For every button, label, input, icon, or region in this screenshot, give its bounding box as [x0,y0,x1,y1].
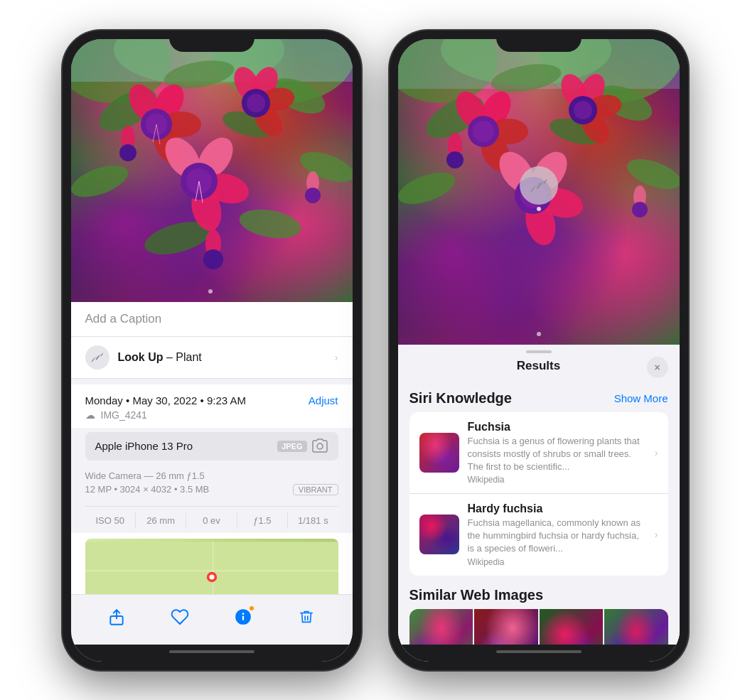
device-badges: JPEG [277,438,328,455]
adjust-button[interactable]: Adjust [309,394,338,406]
svg-point-40 [208,289,213,294]
siri-knowledge-header: Siri Knowledge Show More [409,390,668,406]
photo-area-2[interactable] [398,39,680,345]
svg-point-83 [632,202,648,217]
hardy-title: Hardy fuchsia [468,502,646,515]
lookup-icon-container [85,345,109,370]
format-badge: JPEG [277,441,306,452]
sheet-header: Results × [398,345,680,382]
svg-point-73 [574,101,592,119]
hardy-thumb-image [419,515,459,554]
notch-2 [496,31,582,52]
svg-point-50 [242,613,245,615]
cloud-icon: ☁ [85,409,95,421]
map-preview[interactable] [85,539,338,594]
lookup-row[interactable]: Look Up – Plant › [71,337,353,379]
filename: IMG_4241 [101,409,147,421]
phone-1-screen: Add a Caption Look Up – Plant › Mon [71,39,353,662]
fuchsia-description: Fuchsia is a genus of flowering plants t… [468,435,646,474]
close-button[interactable]: × [647,357,668,378]
caption-placeholder: Add a Caption [85,312,162,325]
web-image-3[interactable] [540,609,604,645]
photo-date: Monday • May 30, 2022 • 9:23 AM [85,394,246,406]
lookup-label: Look Up – Plant [118,351,202,364]
svg-point-8 [71,158,132,203]
device-section: Apple iPhone 13 Pro JPEG Wide Camera — 2… [71,428,353,533]
siri-leaf-icon [529,176,549,195]
lookup-chevron-icon: › [335,352,338,363]
svg-point-33 [305,188,321,203]
web-images-header: Similar Web Images [409,587,668,603]
hardy-source: Wikipedia [468,557,646,567]
home-indicator-2 [398,645,680,662]
toolbar [71,594,353,645]
flower-photo-1 [71,39,353,302]
favorite-button[interactable] [166,603,193,630]
exif-iso: ISO 50 [85,512,136,529]
web-images-section: Similar Web Images [409,587,668,645]
home-bar-2 [496,650,582,653]
results-title: Results [517,359,560,373]
exif-aperture: ƒ1.5 [237,512,288,529]
caption-area[interactable]: Add a Caption [71,302,353,337]
exif-focal: 26 mm [136,512,186,529]
show-more-button[interactable]: Show More [614,392,668,404]
camera-spec: Wide Camera — 26 mm ƒ1.5 [85,470,338,481]
web-image-4[interactable] [604,609,668,645]
home-bar-1 [169,650,255,653]
svg-point-60 [398,166,459,210]
results-panel: Results × Siri Knowledge Show More [398,345,680,645]
home-indicator-1 [71,645,353,662]
siri-lookup-button[interactable] [520,166,558,205]
svg-point-84 [537,332,541,336]
filename-row: ☁ IMG_4241 [85,409,338,421]
siri-dot [537,207,541,211]
results-content[interactable]: Siri Knowledge Show More Fuchsia Fuchsia… [398,382,680,645]
svg-point-41 [317,443,323,449]
notch-1 [169,31,255,52]
exif-ev: 0 ev [186,512,237,529]
siri-knowledge-title: Siri Knowledge [409,390,512,406]
svg-point-61 [623,153,679,195]
info-button[interactable] [230,603,257,630]
web-images-title: Similar Web Images [409,587,544,603]
delete-button[interactable] [293,603,320,630]
knowledge-item-hardy[interactable]: Hardy fuchsia Fuchsia magellanica, commo… [409,494,668,576]
web-image-2[interactable] [474,609,538,645]
camera-icon [311,438,328,455]
fuchsia-chevron-icon: › [655,447,658,458]
fuchsia-thumb-image [419,433,459,473]
svg-point-81 [446,151,464,168]
phone-1: Add a Caption Look Up – Plant › Mon [63,31,361,670]
knowledge-card: Fuchsia Fuchsia is a genus of flowering … [409,412,668,576]
fuchsia-title: Fuchsia [468,421,646,434]
specs-section: Wide Camera — 26 mm ƒ1.5 12 MP • 3024 × … [85,465,338,503]
fuchsia-source: Wikipedia [468,475,646,485]
svg-point-31 [119,144,136,161]
sheet-handle [526,350,552,353]
knowledge-item-fuchsia[interactable]: Fuchsia Fuchsia is a genus of flowering … [409,412,668,495]
fuchsia-info: Fuchsia Fuchsia is a genus of flowering … [468,421,646,485]
phone-2-screen: Results × Siri Knowledge Show More [398,39,680,662]
results-sheet: Results × Siri Knowledge Show More [398,345,680,645]
svg-point-47 [209,574,214,579]
web-images-grid [409,609,668,645]
share-button[interactable] [103,603,130,630]
device-name: Apple iPhone 13 Pro [95,440,193,452]
fuchsia-thumbnail [419,433,459,473]
svg-point-11 [237,205,303,242]
svg-point-67 [473,121,494,142]
photo-area-1[interactable] [71,39,353,302]
hardy-thumbnail [419,515,459,554]
metadata-section: Monday • May 30, 2022 • 9:23 AM Adjust ☁… [71,384,353,594]
hardy-description: Fuchsia magellanica, commonly known as t… [468,517,646,556]
phone-2: Results × Siri Knowledge Show More [390,31,688,670]
svg-rect-51 [242,615,244,620]
hardy-info: Hardy fuchsia Fuchsia magellanica, commo… [468,502,646,567]
resolution-spec: 12 MP • 3024 × 4032 • 3.5 MB VIBRANT [85,484,338,495]
svg-rect-43 [85,542,338,593]
vibrant-badge: VIBRANT [293,484,338,495]
leaf-icon [90,350,105,365]
web-image-1[interactable] [409,609,473,645]
exif-row: ISO 50 26 mm 0 ev ƒ1.5 1/181 s [85,506,338,529]
